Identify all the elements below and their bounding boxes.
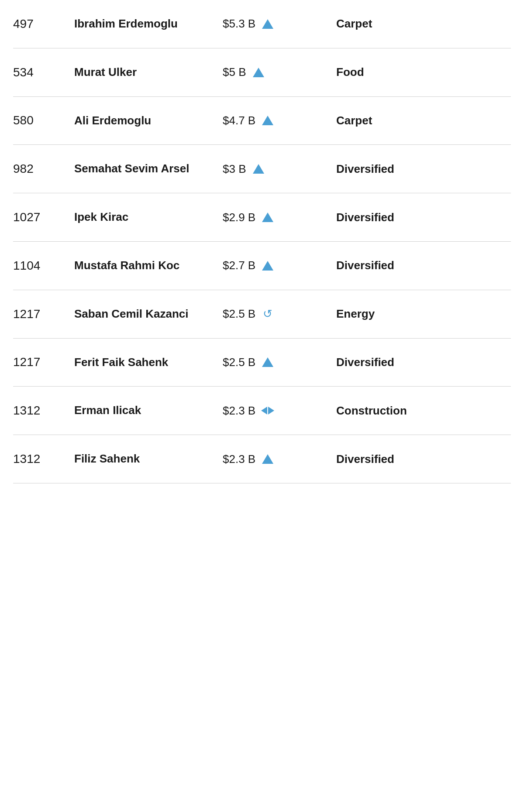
rank-cell: 1027 (13, 210, 74, 224)
rank-cell: 1312 (13, 404, 74, 418)
industry-cell: Diversified (336, 259, 511, 272)
wealth-cell: $2.5 B (223, 356, 336, 369)
wealth-value: $2.5 B (223, 356, 255, 369)
name-cell[interactable]: Ali Erdemoglu (74, 113, 223, 128)
wealth-value: $2.3 B (223, 404, 255, 418)
industry-cell: Construction (336, 404, 511, 418)
rank-cell: 1104 (13, 259, 74, 273)
industry-cell: Diversified (336, 452, 511, 466)
billionaires-table: 497Ibrahim Erdemoglu$5.3 BCarpet534Murat… (0, 0, 524, 483)
wealth-cell: $2.9 B (223, 211, 336, 224)
name-cell[interactable]: Semahat Sevim Arsel (74, 161, 223, 176)
trend-icon (252, 163, 265, 175)
name-cell[interactable]: Erman Ilicak (74, 403, 223, 418)
table-row: 982Semahat Sevim Arsel$3 BDiversified (13, 145, 511, 193)
trend-icon (262, 356, 274, 368)
wealth-cell: $2.7 B (223, 259, 336, 272)
wealth-cell: $5.3 B (223, 17, 336, 31)
name-cell[interactable]: Murat Ulker (74, 65, 223, 80)
trend-icon (252, 66, 265, 79)
trend-icon (262, 114, 274, 127)
wealth-cell: $2.3 B (223, 404, 336, 418)
trend-same-icon: ↺ (263, 307, 272, 321)
name-cell[interactable]: Mustafa Rahmi Koc (74, 258, 223, 273)
table-row: 580Ali Erdemoglu$4.7 BCarpet (13, 97, 511, 145)
wealth-cell: $4.7 B (223, 114, 336, 127)
rank-cell: 1312 (13, 452, 74, 466)
wealth-value: $3 B (223, 162, 246, 176)
industry-cell: Diversified (336, 211, 511, 224)
trend-icon (262, 453, 274, 465)
rank-cell: 580 (13, 113, 74, 127)
industry-cell: Diversified (336, 162, 511, 176)
wealth-value: $5.3 B (223, 17, 255, 31)
wealth-cell: $2.5 B↺ (223, 307, 336, 321)
industry-cell: Carpet (336, 17, 511, 31)
wealth-value: $4.7 B (223, 114, 255, 127)
industry-cell: Carpet (336, 114, 511, 127)
wealth-value: $2.5 B (223, 307, 255, 321)
trend-flat-icon (261, 407, 274, 415)
industry-cell: Energy (336, 307, 511, 321)
name-cell[interactable]: Ibrahim Erdemoglu (74, 17, 223, 31)
name-cell[interactable]: Ferit Faik Sahenk (74, 355, 223, 370)
trend-icon (262, 18, 274, 30)
wealth-cell: $5 B (223, 65, 336, 79)
rank-cell: 1217 (13, 307, 74, 321)
table-row: 1027Ipek Kirac$2.9 BDiversified (13, 193, 511, 242)
name-cell[interactable]: Ipek Kirac (74, 210, 223, 225)
table-row: 1217Ferit Faik Sahenk$2.5 BDiversified (13, 339, 511, 387)
wealth-value: $2.7 B (223, 259, 255, 272)
table-row: 534Murat Ulker$5 BFood (13, 48, 511, 97)
trend-icon (262, 211, 274, 223)
table-row: 497Ibrahim Erdemoglu$5.3 BCarpet (13, 0, 511, 48)
table-row: 1104Mustafa Rahmi Koc$2.7 BDiversified (13, 242, 511, 290)
trend-icon: ↺ (262, 308, 274, 320)
wealth-value: $5 B (223, 65, 246, 79)
table-row: 1312Filiz Sahenk$2.3 BDiversified (13, 435, 511, 483)
rank-cell: 534 (13, 65, 74, 79)
trend-icon (262, 404, 274, 417)
name-cell[interactable]: Filiz Sahenk (74, 452, 223, 466)
industry-cell: Diversified (336, 356, 511, 369)
rank-cell: 497 (13, 17, 74, 31)
industry-cell: Food (336, 65, 511, 79)
rank-cell: 982 (13, 162, 74, 176)
table-row: 1312Erman Ilicak$2.3 BConstruction (13, 387, 511, 435)
table-row: 1217Saban Cemil Kazanci$2.5 B↺Energy (13, 290, 511, 339)
wealth-cell: $3 B (223, 162, 336, 176)
name-cell[interactable]: Saban Cemil Kazanci (74, 307, 223, 322)
rank-cell: 1217 (13, 355, 74, 369)
wealth-value: $2.9 B (223, 211, 255, 224)
wealth-cell: $2.3 B (223, 452, 336, 466)
trend-icon (262, 260, 274, 272)
wealth-value: $2.3 B (223, 452, 255, 466)
